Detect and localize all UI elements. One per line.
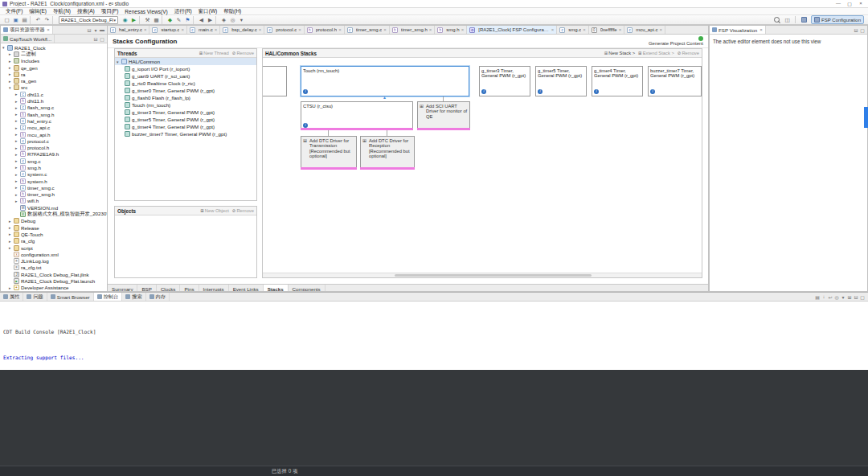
editor-tab[interactable]: bsp_delay.c × (220, 26, 264, 34)
close-icon[interactable]: × (215, 27, 218, 32)
tree-item[interactable]: ▸ 二进制 (1, 51, 107, 57)
build-all-icon[interactable]: ▩ (152, 16, 161, 24)
console-output[interactable]: CDT Build Console [RA2E1_Clock] Extracti… (0, 302, 868, 369)
info-icon[interactable]: i (650, 89, 655, 94)
tree-item[interactable]: ▸ system.h (1, 178, 107, 184)
tree-item[interactable]: ▸ flash_smg.h (1, 111, 107, 117)
close-icon[interactable]: × (338, 27, 342, 32)
configuration-tab[interactable]: Event Links (229, 285, 264, 292)
perspective-fsp-button[interactable]: FSP Configuration (811, 15, 864, 24)
tree-item[interactable]: ▸ ra_cfg (1, 238, 107, 244)
info-icon[interactable]: i (303, 89, 308, 94)
add-dtc-reception-card[interactable]: ⊞ Add DTC Driver for Reception [Recommen… (360, 136, 415, 170)
stack-card-ctsu[interactable]: CTSU (r_ctsu) i (301, 101, 413, 130)
thread-module-item[interactable]: g_uart9 UART (r_sci_uart) (115, 72, 256, 80)
extend-stack-button[interactable]: ⊞ Extend Stack > (638, 51, 674, 55)
menu-item[interactable]: 项目(P) (98, 8, 122, 15)
editor-tab[interactable]: smg.h × (435, 26, 467, 34)
add-sci-uart-card[interactable]: ⊞ Add SCI UART Driver for monitor of QE (417, 101, 470, 130)
add-dtc-transmission-card[interactable]: ⊞ Add DTC Driver for Transmission [Recom… (301, 136, 357, 170)
close-icon[interactable]: × (298, 27, 301, 32)
tree-item[interactable]: ▸ script (1, 244, 107, 251)
maximize-view-icon[interactable]: ▢ (99, 36, 105, 42)
divider[interactable] (193, 16, 196, 24)
tree-item[interactable]: ▸ qe_gen (1, 64, 107, 71)
tree-item[interactable]: ▸ protocol.c (1, 137, 107, 144)
tree-item[interactable]: ▸ Release (1, 224, 107, 231)
flag-icon[interactable]: ⚑ (183, 16, 192, 24)
maximize-button[interactable]: ▢ (844, 1, 855, 6)
editor-tab[interactable]: smg.c × (557, 26, 589, 34)
stack-card-buzzer-timer7[interactable]: buzzer_timer7 Timer, General PWM (r_gpt)… (648, 66, 702, 96)
redo-icon[interactable]: ↷ (43, 16, 51, 24)
thread-module-item[interactable]: Touch (rm_touch) (115, 101, 256, 109)
tree-item[interactable]: 数据格式文档_模块智能开发_20230726142142.xlsx (1, 211, 107, 217)
pin-icon[interactable]: ◎ (228, 16, 237, 24)
perspective-c-cpp-button[interactable] (799, 15, 809, 24)
editor-tab[interactable]: mcu_api.c × (624, 26, 665, 34)
info-icon[interactable]: i (538, 89, 542, 94)
debug-icon[interactable]: ◉ (121, 16, 129, 24)
close-button[interactable]: × (855, 1, 866, 6)
tree-item[interactable]: ▸ mcu_api.c (1, 125, 107, 131)
tree-item[interactable]: ▸ flash_smg.c (1, 105, 107, 111)
tree-item[interactable]: ▸ dht11.c (1, 91, 107, 97)
menu-item[interactable]: 帮助(H) (220, 8, 244, 15)
save-all-icon[interactable]: ▤ (20, 16, 29, 24)
tree-item[interactable]: RA2E1_Clock Debug_Flat.launch (1, 277, 107, 284)
run-icon[interactable]: ▶ (129, 16, 138, 24)
maximize-icon[interactable]: ▢ (859, 294, 866, 300)
close-icon[interactable]: × (760, 27, 763, 32)
bottom-view-tab[interactable]: 控制台 (94, 293, 123, 301)
editor-tab[interactable]: protocol.h × (305, 26, 345, 34)
editor-tab[interactable]: protocol.c × (264, 26, 305, 34)
close-icon[interactable]: × (47, 27, 50, 32)
close-icon[interactable]: × (144, 27, 147, 32)
minimize-button[interactable]: — (833, 1, 844, 6)
configuration-tab[interactable]: Interrupts (199, 285, 229, 292)
remove-thread-button[interactable]: ⊘ Remove (232, 51, 254, 55)
info-icon[interactable]: i (481, 89, 486, 94)
bottom-view-tab[interactable]: 问题 (23, 293, 47, 301)
build-icon[interactable]: ⚒ (143, 16, 152, 24)
divider[interactable] (30, 16, 33, 24)
edit-icon[interactable]: ✎ (174, 16, 183, 24)
minimize-view-icon[interactable]: ⊟ (92, 36, 99, 42)
divider[interactable] (52, 16, 55, 24)
open-console-icon[interactable]: ⊞ (846, 294, 853, 300)
new-wizard-icon[interactable]: ◆ (166, 16, 174, 24)
tree-item[interactable]: ▸ timer_smg.c (1, 184, 107, 191)
thread-module-item[interactable]: g_timer4 Timer, General PWM (r_gpt) (115, 123, 256, 130)
thread-module-item[interactable]: g_timer0 Timer, General PWM (r_gpt) (115, 87, 256, 94)
back-icon[interactable]: ◀ (197, 16, 206, 24)
remove-object-button[interactable]: ⊘ Remove (232, 208, 254, 213)
configuration-tab[interactable]: Pins (180, 285, 199, 292)
configuration-tab[interactable]: Components (289, 285, 326, 292)
tab-project-explorer[interactable]: 项目资源管理器 × (1, 26, 53, 34)
stack-card-flash[interactable]: 0 Flash h_lp) i (263, 66, 287, 96)
undo-icon[interactable]: ↶ (34, 16, 43, 24)
new-thread-button[interactable]: ⊞ New Thread (199, 51, 229, 55)
minimize-view-icon[interactable]: ▬ (99, 27, 105, 32)
tree-item[interactable]: ra_cfg.txt (1, 265, 107, 271)
display-console-icon[interactable]: ▾ (840, 294, 846, 300)
editor-tab[interactable]: startup.c × (149, 26, 187, 34)
stack-card-timer3[interactable]: g_timer3 Timer, General PWM (r_gpt) i (479, 66, 530, 96)
editor-tab[interactable]: timer_smg.h × (390, 26, 436, 34)
new-stack-button[interactable]: ⊞ New Stack > (604, 51, 635, 55)
dropdown-icon[interactable]: ▾ (237, 16, 246, 24)
tab-captouch-workflow[interactable]: CapTouch Workfl... (1, 35, 55, 43)
collapse-all-icon[interactable]: ⊟ (86, 27, 92, 33)
configuration-tab[interactable]: Clocks (157, 285, 181, 292)
minimize-view-icon[interactable]: ⊟ (853, 27, 859, 33)
bottom-view-tab[interactable]: 搜索 (122, 293, 145, 301)
menu-item[interactable]: 运行(R) (171, 8, 195, 15)
tree-item[interactable]: ▸ Includes (1, 58, 107, 64)
close-icon[interactable]: × (551, 27, 555, 32)
tree-item[interactable]: ▾ src (1, 84, 107, 91)
collapse-arrow-icon[interactable]: ▲ (383, 96, 387, 100)
tree-item[interactable]: ▸ Debug (1, 218, 107, 224)
editor-tab[interactable]: hal_entry.c × (108, 26, 149, 34)
horizontal-scrollbar[interactable] (263, 273, 702, 277)
launch-config-select[interactable]: RA2E1_Clock Debug_Flat ▾ (59, 16, 118, 24)
